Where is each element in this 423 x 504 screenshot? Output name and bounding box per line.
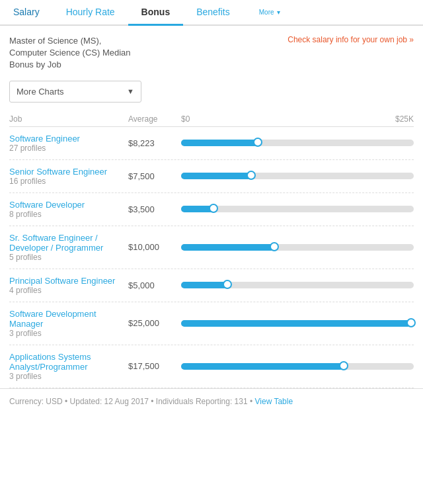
tab-bonus[interactable]: Bonus bbox=[128, 0, 184, 26]
job-name-link[interactable]: Software Developer bbox=[9, 200, 128, 210]
job-bar bbox=[181, 138, 414, 147]
salary-link[interactable]: Check salary info for your own job » bbox=[288, 35, 414, 44]
job-profiles: 16 profiles bbox=[9, 177, 128, 186]
job-profiles: 4 profiles bbox=[9, 286, 128, 295]
job-average: $7,500 bbox=[128, 171, 181, 181]
tab-more[interactable]: More ▾ bbox=[243, 0, 293, 24]
job-info: Software Developer 8 profiles bbox=[9, 200, 128, 219]
page-title: Master of Science (MS), Computer Science… bbox=[9, 35, 141, 71]
job-info: Principal Software Engineer 4 profiles bbox=[9, 276, 128, 295]
bar-fill bbox=[181, 244, 274, 251]
table-row: Senior Software Engineer 16 profiles $7,… bbox=[9, 160, 414, 193]
job-profiles: 27 profiles bbox=[9, 144, 128, 153]
col-header-average: Average bbox=[128, 114, 181, 124]
charts-dropdown[interactable]: More Charts ▼ bbox=[9, 81, 141, 103]
table-row: Applications Systems Analyst/Programmer … bbox=[9, 345, 414, 388]
bar-fill bbox=[181, 173, 251, 179]
bar-fill bbox=[181, 320, 411, 327]
bar-knob bbox=[209, 204, 218, 213]
job-name-link[interactable]: Applications Systems Analyst/Programmer bbox=[9, 352, 128, 372]
bar-fill bbox=[181, 282, 227, 288]
job-info: Applications Systems Analyst/Programmer … bbox=[9, 352, 128, 381]
chevron-down-icon: ▼ bbox=[127, 87, 134, 95]
job-average: $5,000 bbox=[128, 280, 181, 290]
job-name-link[interactable]: Sr. Software Engineer / Developer / Prog… bbox=[9, 233, 128, 253]
job-profiles: 3 profiles bbox=[9, 329, 128, 338]
job-bar bbox=[181, 243, 414, 252]
bar-label-high: $25K bbox=[395, 114, 414, 124]
bar-knob bbox=[406, 318, 416, 327]
job-name-link[interactable]: Software Engineer bbox=[9, 134, 128, 144]
job-bar bbox=[181, 362, 414, 371]
table-row: Software Developer 8 profiles $3,500 bbox=[9, 193, 414, 226]
charts-dropdown-label: More Charts bbox=[17, 87, 64, 97]
job-table: Software Engineer 27 profiles $8,223 Sen… bbox=[9, 127, 414, 388]
bar-knob bbox=[247, 171, 256, 180]
bar-fill bbox=[181, 363, 344, 370]
table-row: Principal Software Engineer 4 profiles $… bbox=[9, 269, 414, 302]
job-average: $17,500 bbox=[128, 361, 181, 371]
footer-text: Currency: USD • Updated: 12 Aug 2017 • I… bbox=[9, 397, 252, 406]
job-average: $3,500 bbox=[128, 204, 181, 214]
bar-knob bbox=[339, 361, 348, 370]
col-header-bar: $0 $25K bbox=[181, 114, 414, 124]
job-profiles: 3 profiles bbox=[9, 372, 128, 381]
table-row: Software Development Manager 3 profiles … bbox=[9, 302, 414, 345]
job-name-link[interactable]: Senior Software Engineer bbox=[9, 167, 128, 177]
job-average: $8,223 bbox=[128, 138, 181, 148]
table-row: Software Engineer 27 profiles $8,223 bbox=[9, 127, 414, 160]
tab-bar: Salary Hourly Rate Bonus Benefits More ▾ bbox=[0, 0, 423, 26]
bar-knob bbox=[253, 138, 262, 147]
job-info: Software Development Manager 3 profiles bbox=[9, 309, 128, 338]
tab-hourly-rate[interactable]: Hourly Rate bbox=[53, 0, 128, 24]
tab-benefits[interactable]: Benefits bbox=[183, 0, 243, 24]
job-bar bbox=[181, 319, 414, 328]
job-profiles: 5 profiles bbox=[9, 253, 128, 262]
job-name-link[interactable]: Principal Software Engineer bbox=[9, 276, 128, 286]
job-profiles: 8 profiles bbox=[9, 210, 128, 219]
job-bar bbox=[181, 204, 414, 214]
bar-fill bbox=[181, 140, 258, 146]
bar-knob bbox=[223, 280, 232, 289]
job-info: Software Engineer 27 profiles bbox=[9, 134, 128, 153]
job-bar bbox=[181, 171, 414, 181]
footer: Currency: USD • Updated: 12 Aug 2017 • I… bbox=[0, 388, 423, 414]
charts-dropdown-wrap: More Charts ▼ bbox=[9, 81, 414, 103]
job-average: $10,000 bbox=[128, 242, 181, 252]
col-header-job: Job bbox=[9, 114, 128, 124]
tab-salary[interactable]: Salary bbox=[0, 0, 53, 24]
bar-label-low: $0 bbox=[181, 114, 190, 124]
chevron-down-icon: ▾ bbox=[277, 9, 280, 16]
job-name-link[interactable]: Software Development Manager bbox=[9, 309, 128, 329]
table-row: Sr. Software Engineer / Developer / Prog… bbox=[9, 226, 414, 269]
main-content: Master of Science (MS), Computer Science… bbox=[0, 26, 423, 388]
header-row: Master of Science (MS), Computer Science… bbox=[9, 35, 414, 71]
job-average: $25,000 bbox=[128, 318, 181, 328]
view-table-link[interactable]: View Table bbox=[255, 397, 293, 406]
job-info: Senior Software Engineer 16 profiles bbox=[9, 167, 128, 186]
table-header: Job Average $0 $25K bbox=[9, 112, 414, 127]
bar-knob bbox=[270, 242, 279, 251]
job-bar bbox=[181, 280, 414, 290]
job-info: Sr. Software Engineer / Developer / Prog… bbox=[9, 233, 128, 262]
